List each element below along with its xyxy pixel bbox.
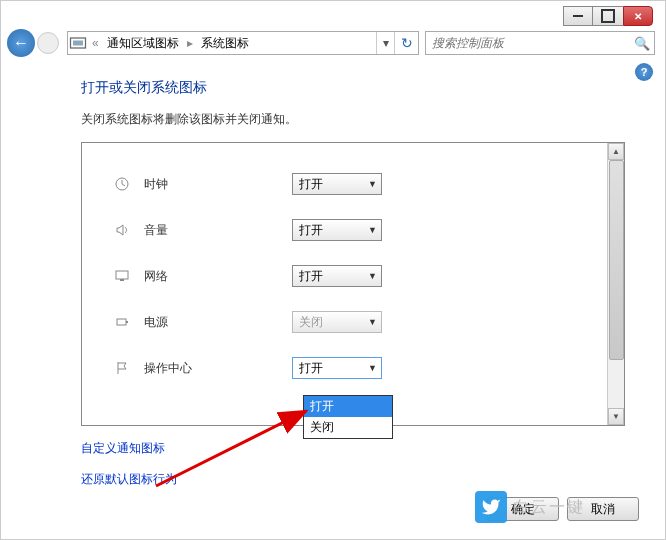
close-button[interactable] [623,6,653,26]
row-label-power: 电源 [132,314,292,331]
ok-button[interactable]: 确定 [487,497,559,521]
chevron-down-icon: ▼ [368,271,377,281]
select-power: 关闭▼ [292,311,382,333]
row-network: 网络 打开▼ [112,253,594,299]
flag-icon [112,360,132,376]
svg-rect-3 [116,271,128,279]
search-icon[interactable]: 🔍 [630,36,654,51]
page-description: 关闭系统图标将删除该图标并关闭通知。 [81,111,625,128]
chevron-down-icon: ▼ [368,225,377,235]
row-label-volume: 音量 [132,222,292,239]
dropdown-action-center[interactable]: 打开 关闭 [303,395,393,439]
address-bar: ← « 通知区域图标 ▸ 系统图标 ▾ ↻ 🔍 [7,29,655,57]
row-label-action: 操作中心 [132,360,292,377]
control-panel-icon [68,33,88,53]
breadcrumb-dropdown[interactable]: ▾ [376,32,394,54]
network-icon [112,268,132,284]
select-network[interactable]: 打开▼ [292,265,382,287]
scroll-thumb[interactable] [609,160,624,360]
scrollbar[interactable]: ▲ ▼ [607,143,624,425]
select-clock[interactable]: 打开▼ [292,173,382,195]
row-power: 电源 关闭▼ [112,299,594,345]
scroll-up-button[interactable]: ▲ [608,143,624,160]
cancel-button[interactable]: 取消 [567,497,639,521]
minimize-button[interactable] [563,6,593,26]
page-title: 打开或关闭系统图标 [81,79,625,97]
back-button[interactable]: ← [7,29,35,57]
svg-rect-6 [126,321,128,323]
row-label-clock: 时钟 [132,176,292,193]
svg-rect-4 [120,279,124,281]
row-action-center: 操作中心 打开▼ [112,345,594,391]
chevron-down-icon: ▼ [368,363,377,373]
refresh-button[interactable]: ↻ [394,32,418,54]
svg-rect-1 [73,41,83,46]
chevron-right-icon: ▸ [183,36,197,50]
dropdown-option-open[interactable]: 打开 [304,396,392,417]
help-icon[interactable]: ? [635,63,653,81]
power-icon [112,314,132,330]
breadcrumb-item-1[interactable]: 通知区域图标 [103,35,183,52]
clock-icon [112,176,132,192]
forward-button[interactable] [37,32,59,54]
dropdown-option-close[interactable]: 关闭 [304,417,392,438]
chevron-down-icon: ▼ [368,179,377,189]
breadcrumb-item-2[interactable]: 系统图标 [197,35,253,52]
maximize-button[interactable] [593,6,623,26]
scroll-down-button[interactable]: ▼ [608,408,624,425]
chevron-down-icon: ▼ [368,317,377,327]
row-clock: 时钟 打开▼ [112,161,594,207]
link-customize[interactable]: 自定义通知图标 [81,440,625,457]
svg-rect-5 [117,319,126,325]
breadcrumb[interactable]: « 通知区域图标 ▸ 系统图标 ▾ ↻ [67,31,419,55]
settings-panel: 时钟 打开▼ 音量 打开▼ 网络 打开▼ [81,142,625,426]
search-input[interactable] [426,36,630,50]
volume-icon [112,222,132,238]
select-volume[interactable]: 打开▼ [292,219,382,241]
row-volume: 音量 打开▼ [112,207,594,253]
link-restore[interactable]: 还原默认图标行为 [81,471,625,488]
row-label-network: 网络 [132,268,292,285]
search-box[interactable]: 🔍 [425,31,655,55]
select-action-center[interactable]: 打开▼ [292,357,382,379]
breadcrumb-sep-icon: « [88,36,103,50]
